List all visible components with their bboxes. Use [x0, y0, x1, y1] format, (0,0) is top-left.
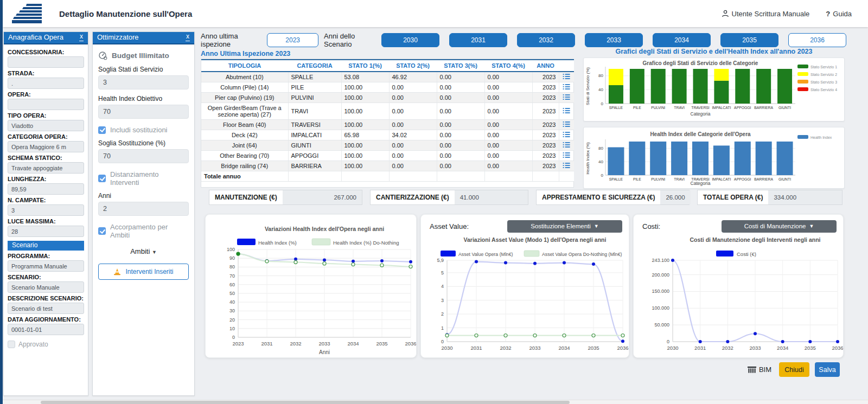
schema-statico-field[interactable]	[8, 162, 84, 174]
cost-label: TOTALE OPERA (€)	[698, 190, 768, 204]
lunghezza-field[interactable]	[8, 183, 84, 195]
budget-illimitato-text: Budget Illimitato	[112, 52, 169, 60]
help-label: Guida	[833, 10, 852, 18]
programma-field[interactable]	[8, 260, 84, 272]
svg-text:20: 20	[229, 317, 235, 323]
cell-num: 0.00	[437, 120, 484, 130]
svg-text:Stato Servizio 4: Stato Servizio 4	[810, 88, 837, 92]
year-button-2031[interactable]: 2031	[449, 33, 507, 47]
opera-field[interactable]	[8, 99, 84, 110]
costi-dropdown-label: Costi di Manutenzione	[744, 223, 806, 229]
user-menu[interactable]: Utente Scrittura Manuale	[722, 10, 810, 18]
scenario-years-label: Anni dello Scenario	[324, 32, 378, 48]
asset-value-dropdown[interactable]: Sostituzione Elementi ▼	[507, 220, 622, 233]
descrizione-scenario-field[interactable]	[8, 303, 84, 314]
costi-card: Costi: Costi di Manutenzione ▼ Costi di …	[633, 214, 844, 358]
svg-text:APPOGGI: APPOGGI	[734, 106, 751, 110]
svg-text:2036: 2036	[832, 345, 843, 351]
svg-text:5,9: 5,9	[437, 258, 444, 263]
scenario-field[interactable]	[8, 281, 84, 293]
close-icon[interactable]: x	[79, 33, 84, 41]
anni-input[interactable]	[98, 202, 189, 216]
checkbox-checked-icon	[98, 227, 106, 235]
concessionaria-field[interactable]	[8, 56, 84, 68]
svg-text:2034: 2034	[558, 345, 570, 351]
row-detail-button[interactable]	[559, 140, 574, 151]
list-icon	[563, 107, 570, 114]
ottimizzatore-panel-header: Ottimizzatore x	[93, 32, 194, 44]
column-header-anno: ANNO	[532, 60, 559, 72]
includi-sostituzioni-checkbox[interactable]: Includi sostituzioni	[98, 126, 189, 134]
scrollbar-thumb[interactable]	[41, 401, 570, 404]
cell-num: 0.00	[437, 130, 484, 140]
cell-tip: Joint (64)	[201, 140, 288, 151]
costi-dropdown[interactable]: Costi di Manutenzione ▼	[722, 220, 837, 233]
distanziamento-interventi-checkbox[interactable]: Distanziamento Interventi	[98, 170, 189, 187]
data-aggiornamento-field[interactable]	[8, 324, 84, 335]
svg-text:Costi (€): Costi (€)	[737, 251, 756, 257]
list-icon	[563, 162, 570, 169]
svg-text:Health Index delle Categorie d: Health Index delle Categorie dell'Opera	[650, 131, 751, 137]
svg-text:Health Index: Health Index	[810, 136, 832, 139]
cell-num: 0.00	[484, 120, 532, 130]
row-detail-button[interactable]	[559, 82, 574, 93]
gauge-icon	[98, 51, 107, 60]
salva-button[interactable]: Salva	[815, 362, 840, 377]
row-detail-button[interactable]	[559, 130, 574, 140]
cell-anno: 2023	[532, 93, 559, 103]
approvato-checkbox[interactable]: Approvato	[8, 341, 84, 348]
row-detail-button[interactable]	[559, 151, 574, 161]
cell-tip: Deck (42)	[201, 130, 288, 140]
bim-button[interactable]: BIM	[748, 365, 771, 374]
cost-box-apprestamento-e-sicurezza: APPRESTAMENTO E SICUREZZA (€)26.000	[536, 190, 690, 205]
tipo-opera-field[interactable]	[8, 120, 84, 131]
year-button-2032[interactable]: 2032	[517, 33, 575, 47]
row-detail-button[interactable]	[559, 72, 574, 82]
accorpamento-ambiti-checkbox[interactable]: Accorpamento per Ambiti	[98, 223, 189, 239]
row-detail-button[interactable]	[559, 161, 574, 171]
health-index-obiettivo-input[interactable]	[98, 105, 189, 119]
help-button[interactable]: ? Guida	[826, 10, 852, 18]
year-button-2035[interactable]: 2035	[720, 33, 778, 47]
ambiti-dropdown[interactable]: Ambiti ▼	[98, 247, 189, 255]
cell-num: 100.00	[341, 161, 389, 171]
soglia-stati-input[interactable]	[98, 75, 189, 89]
svg-text:Stato Servizio 3: Stato Servizio 3	[810, 80, 837, 84]
close-icon[interactable]: x	[186, 33, 190, 41]
svg-text:TRAVI: TRAVI	[674, 106, 685, 110]
strada-field[interactable]	[8, 78, 84, 89]
year-button-2034[interactable]: 2034	[653, 33, 711, 47]
inspection-year-button[interactable]: 2023	[267, 33, 318, 47]
traffic-cone-icon	[113, 268, 121, 275]
svg-text:4: 4	[441, 284, 444, 289]
year-button-2033[interactable]: 2033	[585, 33, 643, 47]
interventi-inseriti-button[interactable]: Interventi Inseriti	[98, 264, 189, 280]
includi-sostituzioni-label: Includi sostituzioni	[110, 126, 168, 134]
row-detail-button[interactable]	[559, 120, 574, 130]
svg-text:2030: 2030	[667, 345, 678, 351]
list-icon	[563, 94, 570, 100]
cell-cat: SPALLE	[288, 72, 341, 82]
row-detail-button[interactable]	[559, 93, 574, 103]
tipo-opera-label: TIPO OPERA:	[8, 112, 84, 119]
n-campate-field[interactable]	[8, 204, 84, 216]
row-detail-button[interactable]	[559, 103, 574, 120]
column-header-categoria: CATEGORIA	[288, 60, 341, 72]
luce-massima-field[interactable]	[8, 226, 84, 237]
inspection-year-label: Anno ultima ispezione	[201, 32, 261, 48]
scenario-section-header: Scenario	[8, 241, 84, 251]
cell-num: 0.00	[389, 103, 437, 120]
chiudi-button[interactable]: Chiudi	[779, 362, 809, 377]
svg-text:2031: 2031	[694, 345, 706, 351]
cell-num: 100.00	[341, 151, 389, 161]
soglia-sostituzione-input[interactable]	[98, 149, 189, 163]
svg-text:80: 80	[229, 264, 235, 270]
column-header-tipologia: TIPOLOGIA	[201, 60, 288, 72]
year-button-2036[interactable]: 2036	[788, 33, 846, 47]
accorpamento-label: Accorpamento per Ambiti	[110, 223, 189, 239]
table-title: Anno Ultima Ispezione 2023	[201, 50, 290, 57]
cell-anno: 2023	[532, 130, 559, 140]
year-button-2030[interactable]: 2030	[381, 33, 439, 47]
categoria-opera-field[interactable]	[8, 141, 84, 152]
svg-text:2023: 2023	[232, 341, 244, 347]
